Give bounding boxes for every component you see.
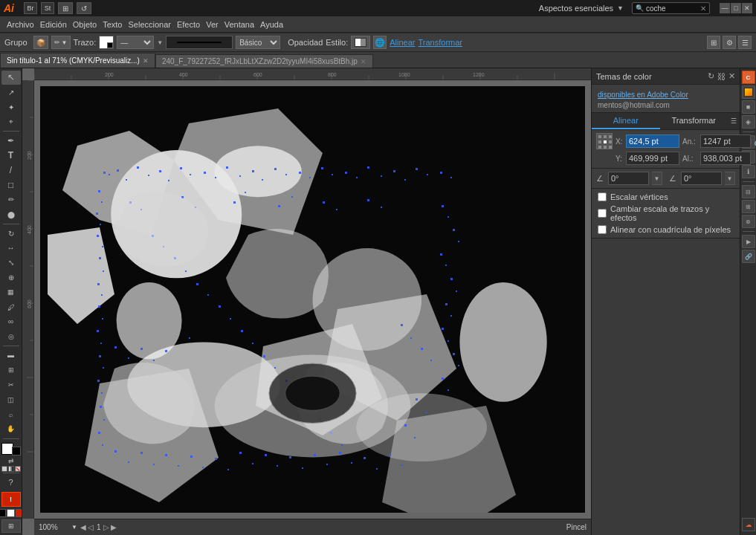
arrange-icon[interactable]: ↺	[77, 2, 91, 14]
artboard-nav[interactable]: ⊞	[1, 519, 21, 533]
menu-objeto[interactable]: Objeto	[71, 19, 99, 30]
menu-ver[interactable]: Ver	[204, 19, 221, 30]
scale-tool[interactable]: ⤡	[1, 256, 21, 270]
question-icon[interactable]: ?	[1, 476, 21, 490]
angle2-input[interactable]: 0°	[681, 172, 722, 185]
direct-selection-tool[interactable]: ↗	[1, 85, 21, 100]
adobe-color-link[interactable]: disponibles en Adobe Color	[598, 91, 688, 99]
gradient-mode-btn[interactable]	[8, 466, 14, 472]
search-clear-icon[interactable]: ✕	[700, 4, 706, 13]
ctrl-icon2[interactable]: ⚙	[723, 36, 736, 49]
symbol-tool[interactable]: ◎	[1, 329, 21, 343]
slice-tool[interactable]: ✂	[1, 378, 21, 392]
gradient-tool[interactable]: ▦	[1, 285, 21, 299]
type-tool[interactable]: T	[1, 149, 21, 163]
artboard-tool[interactable]: ⊞	[1, 363, 21, 377]
white-swatch[interactable]	[7, 509, 15, 517]
black-swatch[interactable]	[0, 509, 6, 517]
angle2-dropdown[interactable]: ▼	[725, 172, 735, 185]
menu-texto[interactable]: Texto	[100, 19, 124, 30]
st-icon[interactable]: St	[41, 2, 54, 14]
next-page-btn[interactable]: ▶	[111, 523, 117, 531]
tab-transformar[interactable]: Transformar	[660, 113, 728, 129]
eyedropper-tool[interactable]: 🖊	[1, 300, 21, 314]
y-input[interactable]: 469,999 pt	[626, 152, 679, 165]
transform-proxy[interactable]	[596, 133, 613, 149]
rstrip-pathfinder-btn[interactable]: ⊗	[742, 215, 755, 228]
br-icon[interactable]: Br	[24, 2, 37, 14]
menu-archivo[interactable]: Archivo	[4, 19, 36, 30]
minimize-button[interactable]: —	[720, 3, 730, 13]
menu-ventana[interactable]: Ventana	[222, 19, 256, 30]
swap-colors-btn[interactable]: ⇄	[8, 457, 14, 464]
ctrl-arrange-icon[interactable]: ⊞	[707, 36, 720, 49]
workspace-dropdown-icon[interactable]: ▼	[617, 4, 624, 12]
stroke-color-swatch[interactable]	[99, 36, 114, 49]
rstrip-color-btn[interactable]: C	[742, 71, 755, 84]
stroke-swatch[interactable]	[12, 447, 21, 455]
lasso-tool[interactable]: ⌖	[1, 114, 21, 129]
selection-tool[interactable]: ↖	[1, 71, 21, 85]
tab-1[interactable]: Sin título-1 al 71% (CMYK/Previsualiz...…	[0, 53, 155, 68]
ctrl-menu-icon[interactable]: ☰	[738, 36, 752, 49]
none-mode-btn[interactable]	[15, 466, 21, 472]
mirror-tool[interactable]: ↔	[1, 241, 21, 256]
style-stroke-preview[interactable]	[166, 36, 233, 49]
w-input[interactable]: 1247 pt	[700, 134, 751, 148]
color-panel-close[interactable]: ✕	[728, 71, 735, 81]
maximize-button[interactable]: □	[731, 3, 741, 13]
rstrip-btn2[interactable]: ■	[742, 100, 755, 114]
search-input[interactable]	[646, 4, 698, 13]
rstrip-info-btn[interactable]: ℹ	[742, 165, 755, 178]
hand-tool[interactable]: ✋	[1, 422, 21, 436]
artwork-canvas[interactable]	[34, 80, 591, 519]
globe-icon[interactable]: 🌐	[373, 36, 387, 49]
tab-2[interactable]: 240_F_79227252_fRJxLbLtXZzw2D2tyyuMI4i58…	[155, 54, 373, 68]
align-pixel-checkbox[interactable]	[598, 225, 607, 234]
color-panel-chain[interactable]: ⛓	[717, 72, 726, 81]
color-panel-reload[interactable]: ↻	[708, 71, 714, 81]
layout-icon[interactable]: ⊞	[58, 2, 73, 14]
menu-edicion[interactable]: Edición	[38, 19, 69, 30]
transform-btn[interactable]: Transformar	[419, 38, 463, 47]
tab-2-close[interactable]: ✕	[361, 58, 366, 65]
rstrip-transform-btn[interactable]: ⊞	[742, 200, 755, 213]
x-input[interactable]: 624,5 pt	[626, 134, 679, 148]
prev-arrow-btn[interactable]: ◁	[88, 523, 94, 531]
blob-brush-tool[interactable]: ⬤	[1, 207, 21, 221]
color-mode-btn[interactable]	[1, 466, 7, 472]
red-swatch[interactable]	[16, 509, 22, 517]
rstrip-actions-btn[interactable]: ▶	[742, 235, 755, 248]
rstrip-links-btn[interactable]: 🔗	[742, 250, 755, 263]
align-btn[interactable]: Alinear	[390, 38, 415, 47]
menu-seleccionar[interactable]: Seleccionar	[126, 19, 172, 30]
rstrip-align-btn[interactable]: ⊟	[742, 185, 755, 198]
graph-tool[interactable]: ▬	[1, 348, 21, 363]
menu-efecto[interactable]: Efecto	[175, 19, 202, 30]
rotate-tool[interactable]: ↻	[1, 227, 21, 241]
error-icon[interactable]: !	[1, 492, 21, 508]
rstrip-swatch1[interactable]	[742, 85, 755, 99]
tab-alinear[interactable]: Alinear	[592, 113, 660, 129]
eraser-tool[interactable]: ◫	[1, 392, 21, 406]
isolation-btn[interactable]: 📦	[33, 36, 48, 49]
tab-1-close[interactable]: ✕	[143, 57, 149, 65]
rect-tool[interactable]: □	[1, 178, 21, 192]
blend-tool[interactable]: ∞	[1, 315, 21, 329]
selection-btn[interactable]: ✏ ▼	[51, 36, 71, 49]
scale-strokes-checkbox[interactable]	[598, 209, 607, 218]
brush-tool[interactable]: ✏	[1, 192, 21, 207]
pen-tool[interactable]: ✒	[1, 134, 21, 148]
prev-page-btn[interactable]: ◀	[80, 523, 86, 531]
shape-builder-tool[interactable]: ⊕	[1, 270, 21, 285]
zoom-dropdown-icon[interactable]: ▼	[71, 524, 77, 531]
stroke-weight-select[interactable]: —	[117, 36, 154, 49]
magic-wand-tool[interactable]: ✦	[1, 100, 21, 114]
rstrip-btn3[interactable]: ◈	[742, 115, 755, 129]
style-select[interactable]: Básico	[236, 36, 280, 49]
angle1-dropdown[interactable]: ▼	[652, 172, 662, 185]
h-input[interactable]: 938,003 pt	[700, 152, 751, 165]
close-button[interactable]: ✕	[742, 3, 752, 13]
angle1-input[interactable]: 0°	[608, 172, 649, 185]
menu-ayuda[interactable]: Ayuda	[258, 19, 285, 30]
